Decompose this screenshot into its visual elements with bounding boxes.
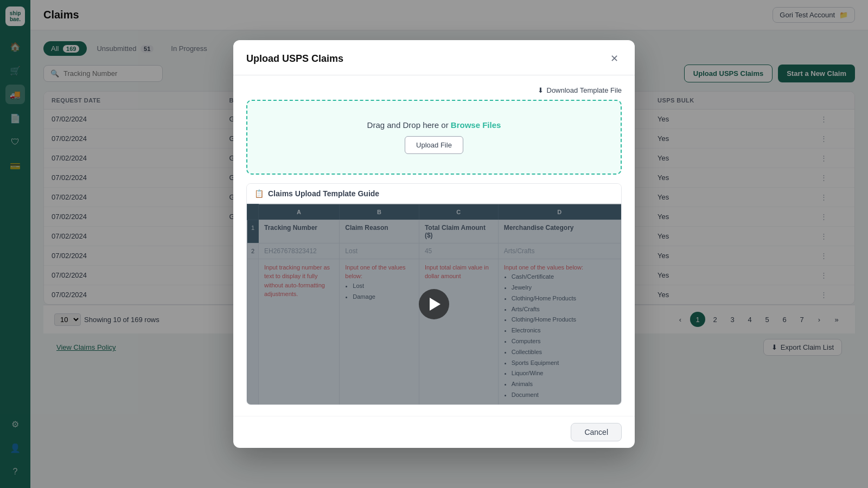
upload-dropzone[interactable]: Drag and Drop here or Browse Files Uploa… <box>246 100 622 175</box>
table-icon: 📋 <box>254 189 264 198</box>
guide-header: 📋 Claims Upload Template Guide <box>247 184 621 204</box>
browse-files-link[interactable]: Browse Files <box>451 120 501 130</box>
video-overlay <box>247 204 621 404</box>
download-template-link[interactable]: ⬇ Download Template File <box>538 86 622 94</box>
upload-file-button[interactable]: Upload File <box>405 136 463 154</box>
guide-title: Claims Upload Template Guide <box>268 189 379 198</box>
upload-modal: Upload USPS Claims ✕ ⬇ Download Template… <box>233 40 635 448</box>
claims-guide: 📋 Claims Upload Template Guide A B C D <box>246 183 622 405</box>
modal-body: ⬇ Download Template File Drag and Drop h… <box>233 75 635 416</box>
guide-table-container: A B C D 1 Tracking Number Claim Reason <box>247 204 621 404</box>
download-row: ⬇ Download Template File <box>246 86 622 94</box>
modal-title: Upload USPS Claims <box>246 53 343 65</box>
cancel-button[interactable]: Cancel <box>571 423 622 441</box>
modal-header: Upload USPS Claims ✕ <box>233 40 635 75</box>
modal-close-button[interactable]: ✕ <box>607 51 622 66</box>
upload-zone-text: Drag and Drop here or Browse Files <box>258 120 610 130</box>
modal-overlay: Upload USPS Claims ✕ ⬇ Download Template… <box>0 0 868 488</box>
modal-footer: Cancel <box>233 416 635 448</box>
download-icon: ⬇ <box>538 86 544 94</box>
